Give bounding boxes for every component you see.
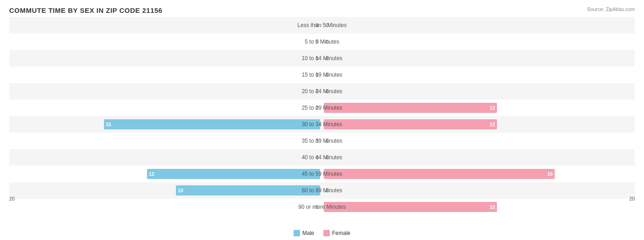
chart-title: COMMUTE TIME BY SEX IN ZIP CODE 21156 — [9, 6, 635, 14]
female-bar: 12 — [324, 103, 497, 113]
right-section: 0 — [322, 50, 635, 67]
male-color-box — [294, 230, 300, 236]
female-zero-value: 0 — [326, 155, 328, 160]
chart-area: 0Less than 5 Minutes005 to 9 Minutes0010… — [9, 17, 635, 214]
female-bar-value: 12 — [488, 122, 497, 127]
chart-row: 010 to 14 Minutes0 — [9, 50, 635, 67]
left-section: 0 — [9, 67, 322, 83]
right-section: 0 — [322, 133, 635, 149]
female-color-box — [323, 230, 330, 236]
female-bar: 12 — [324, 202, 497, 212]
chart-row: 015 to 19 Minutes0 — [9, 67, 635, 83]
legend-male: Male — [294, 230, 314, 236]
male-zero-value: 0 — [316, 72, 318, 78]
male-zero-value: 0 — [316, 56, 318, 61]
left-section: 0 — [9, 149, 322, 166]
chart-row: 1245 to 59 Minutes16 — [9, 166, 635, 182]
right-section: 0 — [322, 67, 635, 83]
chart-row: 0Less than 5 Minutes0 — [9, 17, 635, 33]
axis-left: 20 — [9, 196, 15, 201]
female-bar-value: 12 — [488, 204, 497, 210]
male-zero-value: 0 — [316, 155, 318, 160]
right-section: 16 — [322, 166, 635, 182]
male-bar-value: 12 — [147, 171, 156, 177]
female-zero-value: 0 — [326, 89, 328, 94]
left-section: 0 — [9, 133, 322, 149]
male-zero-value: 0 — [316, 89, 318, 94]
right-section: 12 — [322, 116, 635, 133]
chart-container: COMMUTE TIME BY SEX IN ZIP CODE 21156 So… — [0, 0, 644, 240]
right-section: 0 — [322, 149, 635, 166]
female-zero-value: 0 — [326, 138, 328, 144]
female-bar-value: 16 — [546, 171, 555, 177]
female-zero-value: 0 — [326, 72, 328, 78]
male-bar: 15 — [104, 119, 321, 129]
source-label: Source: ZipAtlas.com — [587, 6, 635, 12]
female-zero-value: 0 — [326, 39, 328, 45]
right-section: 0 — [322, 83, 635, 100]
left-section: 0 — [9, 33, 322, 50]
chart-row: 05 to 9 Minutes0 — [9, 33, 635, 50]
female-zero-value: 0 — [326, 22, 328, 28]
left-section: 15 — [9, 116, 322, 133]
chart-row: 020 to 24 Minutes0 — [9, 83, 635, 100]
male-bar: 10 — [176, 185, 320, 195]
female-bar-value: 12 — [488, 105, 497, 111]
female-bar: 12 — [324, 119, 497, 129]
left-section: 0 — [9, 17, 322, 33]
left-section: 0 — [9, 100, 322, 116]
legend-female: Female — [323, 230, 350, 236]
left-section: 0 — [9, 83, 322, 100]
axis-labels: 2020 — [9, 196, 635, 201]
right-section: 0 — [322, 33, 635, 50]
male-bar: 12 — [147, 169, 320, 179]
chart-row: 1530 to 34 Minutes12 — [9, 116, 635, 133]
chart-row: 040 to 44 Minutes0 — [9, 149, 635, 166]
male-bar-value: 10 — [176, 188, 185, 193]
left-section: 12 — [9, 166, 322, 182]
male-zero-value: 0 — [316, 138, 318, 144]
female-zero-value: 0 — [326, 56, 328, 61]
legend: Male Female — [294, 230, 350, 236]
male-zero-value: 0 — [316, 22, 318, 28]
male-bar-value: 15 — [104, 122, 113, 127]
female-bar: 16 — [324, 169, 555, 179]
chart-row: 025 to 29 Minutes12 — [9, 100, 635, 116]
female-label: Female — [332, 230, 350, 236]
male-zero-value: 0 — [316, 204, 318, 210]
chart-row: 035 to 39 Minutes0 — [9, 133, 635, 149]
right-section: 12 — [322, 100, 635, 116]
female-zero-value: 0 — [326, 188, 328, 193]
male-zero-value: 0 — [316, 39, 318, 45]
male-zero-value: 0 — [316, 105, 318, 111]
male-label: Male — [302, 230, 314, 236]
right-section: 0 — [322, 17, 635, 33]
axis-right: 20 — [629, 196, 635, 201]
left-section: 0 — [9, 50, 322, 67]
